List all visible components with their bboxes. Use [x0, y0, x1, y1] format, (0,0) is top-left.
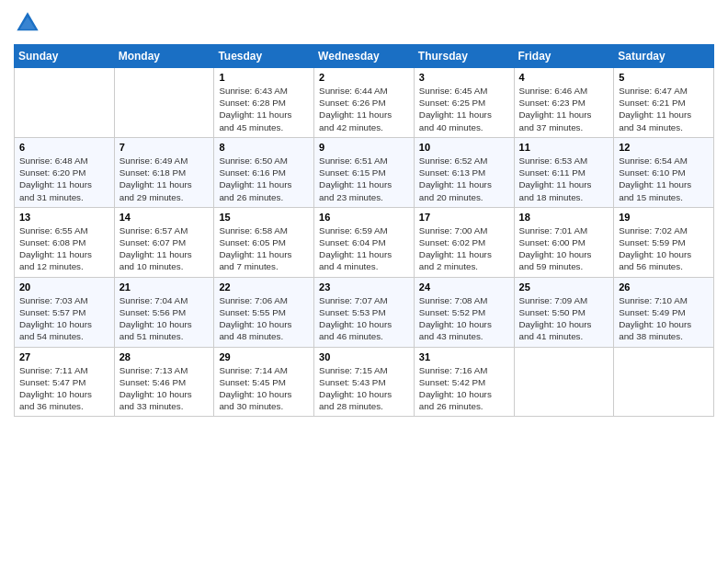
calendar-cell: 10Sunrise: 6:52 AM Sunset: 6:13 PM Dayli… — [414, 137, 514, 207]
day-info: Sunrise: 6:45 AM Sunset: 6:25 PM Dayligh… — [419, 85, 509, 133]
day-number: 4 — [519, 72, 609, 83]
day-number: 27 — [19, 351, 109, 362]
day-info: Sunrise: 7:10 AM Sunset: 5:49 PM Dayligh… — [619, 294, 709, 343]
day-number: 28 — [119, 351, 210, 362]
day-number: 9 — [319, 142, 409, 153]
day-number: 30 — [319, 351, 409, 362]
calendar-cell: 12Sunrise: 6:54 AM Sunset: 6:10 PM Dayli… — [614, 137, 714, 207]
day-number: 11 — [519, 142, 609, 153]
calendar-cell: 27Sunrise: 7:11 AM Sunset: 5:47 PM Dayli… — [15, 347, 115, 417]
calendar-cell: 18Sunrise: 7:01 AM Sunset: 6:00 PM Dayli… — [514, 207, 614, 277]
day-number: 18 — [519, 212, 609, 223]
day-info: Sunrise: 7:04 AM Sunset: 5:56 PM Dayligh… — [119, 294, 210, 343]
day-number: 15 — [219, 212, 309, 223]
day-info: Sunrise: 6:50 AM Sunset: 6:16 PM Dayligh… — [219, 155, 309, 203]
day-number: 20 — [19, 282, 109, 293]
day-number: 25 — [519, 282, 609, 293]
day-number: 8 — [219, 142, 309, 153]
calendar-cell: 14Sunrise: 6:57 AM Sunset: 6:07 PM Dayli… — [114, 207, 214, 277]
calendar-table: SundayMondayTuesdayWednesdayThursdayFrid… — [14, 44, 714, 417]
calendar-cell: 13Sunrise: 6:55 AM Sunset: 6:08 PM Dayli… — [15, 207, 115, 277]
day-number: 19 — [619, 212, 709, 223]
calendar-cell: 7Sunrise: 6:49 AM Sunset: 6:18 PM Daylig… — [114, 137, 214, 207]
day-info: Sunrise: 6:47 AM Sunset: 6:21 PM Dayligh… — [619, 85, 709, 133]
day-info: Sunrise: 6:48 AM Sunset: 6:20 PM Dayligh… — [19, 155, 109, 203]
day-number: 31 — [419, 351, 509, 362]
calendar-header-row: SundayMondayTuesdayWednesdayThursdayFrid… — [15, 45, 714, 68]
calendar-cell: 6Sunrise: 6:48 AM Sunset: 6:20 PM Daylig… — [15, 137, 115, 207]
calendar-cell — [514, 347, 614, 417]
day-number: 7 — [119, 142, 210, 153]
calendar-cell: 31Sunrise: 7:16 AM Sunset: 5:42 PM Dayli… — [414, 347, 514, 417]
day-number: 21 — [119, 282, 210, 293]
day-number: 1 — [219, 72, 309, 83]
day-info: Sunrise: 6:46 AM Sunset: 6:23 PM Dayligh… — [519, 85, 609, 133]
calendar-cell: 21Sunrise: 7:04 AM Sunset: 5:56 PM Dayli… — [114, 277, 214, 347]
calendar-cell — [114, 68, 214, 138]
calendar-week-row: 20Sunrise: 7:03 AM Sunset: 5:57 PM Dayli… — [15, 277, 714, 347]
day-info: Sunrise: 6:58 AM Sunset: 6:05 PM Dayligh… — [219, 224, 309, 273]
calendar-cell: 9Sunrise: 6:51 AM Sunset: 6:15 PM Daylig… — [314, 137, 415, 207]
day-info: Sunrise: 7:01 AM Sunset: 6:00 PM Dayligh… — [519, 224, 609, 273]
day-info: Sunrise: 7:07 AM Sunset: 5:53 PM Dayligh… — [319, 294, 409, 343]
day-info: Sunrise: 6:57 AM Sunset: 6:07 PM Dayligh… — [119, 224, 210, 273]
day-info: Sunrise: 6:55 AM Sunset: 6:08 PM Dayligh… — [19, 224, 109, 273]
day-number: 26 — [619, 282, 709, 293]
calendar-cell: 25Sunrise: 7:09 AM Sunset: 5:50 PM Dayli… — [514, 277, 614, 347]
calendar-cell: 16Sunrise: 6:59 AM Sunset: 6:04 PM Dayli… — [314, 207, 415, 277]
day-number: 24 — [419, 282, 509, 293]
day-number: 23 — [319, 282, 409, 293]
day-number: 16 — [319, 212, 409, 223]
day-info: Sunrise: 7:08 AM Sunset: 5:52 PM Dayligh… — [419, 294, 509, 343]
calendar-cell — [614, 347, 714, 417]
calendar-cell: 1Sunrise: 6:43 AM Sunset: 6:28 PM Daylig… — [214, 68, 314, 138]
day-info: Sunrise: 7:15 AM Sunset: 5:43 PM Dayligh… — [319, 364, 409, 413]
calendar-cell: 19Sunrise: 7:02 AM Sunset: 5:59 PM Dayli… — [614, 207, 714, 277]
calendar-cell: 3Sunrise: 6:45 AM Sunset: 6:25 PM Daylig… — [414, 68, 514, 138]
day-info: Sunrise: 7:14 AM Sunset: 5:45 PM Dayligh… — [219, 364, 309, 413]
header — [14, 9, 714, 37]
day-info: Sunrise: 7:06 AM Sunset: 5:55 PM Dayligh… — [219, 294, 309, 343]
calendar-header-wednesday: Wednesday — [314, 45, 415, 68]
calendar-cell: 20Sunrise: 7:03 AM Sunset: 5:57 PM Dayli… — [15, 277, 115, 347]
calendar-header-monday: Monday — [114, 45, 214, 68]
day-info: Sunrise: 7:09 AM Sunset: 5:50 PM Dayligh… — [519, 294, 609, 343]
calendar-week-row: 1Sunrise: 6:43 AM Sunset: 6:28 PM Daylig… — [15, 68, 714, 138]
calendar-cell: 11Sunrise: 6:53 AM Sunset: 6:11 PM Dayli… — [514, 137, 614, 207]
calendar-cell: 4Sunrise: 6:46 AM Sunset: 6:23 PM Daylig… — [514, 68, 614, 138]
calendar-cell: 30Sunrise: 7:15 AM Sunset: 5:43 PM Dayli… — [314, 347, 415, 417]
day-info: Sunrise: 6:59 AM Sunset: 6:04 PM Dayligh… — [319, 224, 409, 273]
calendar-header-thursday: Thursday — [414, 45, 514, 68]
day-number: 3 — [419, 72, 509, 83]
day-number: 6 — [19, 142, 109, 153]
calendar-cell: 24Sunrise: 7:08 AM Sunset: 5:52 PM Dayli… — [414, 277, 514, 347]
calendar-cell: 23Sunrise: 7:07 AM Sunset: 5:53 PM Dayli… — [314, 277, 415, 347]
calendar-cell: 2Sunrise: 6:44 AM Sunset: 6:26 PM Daylig… — [314, 68, 415, 138]
day-info: Sunrise: 6:49 AM Sunset: 6:18 PM Dayligh… — [119, 155, 210, 203]
day-info: Sunrise: 7:13 AM Sunset: 5:46 PM Dayligh… — [119, 364, 210, 413]
page: SundayMondayTuesdayWednesdayThursdayFrid… — [0, 0, 728, 563]
day-info: Sunrise: 7:03 AM Sunset: 5:57 PM Dayligh… — [19, 294, 109, 343]
calendar-header-saturday: Saturday — [614, 45, 714, 68]
day-info: Sunrise: 7:00 AM Sunset: 6:02 PM Dayligh… — [419, 224, 509, 273]
day-number: 10 — [419, 142, 509, 153]
day-number: 2 — [319, 72, 409, 83]
day-info: Sunrise: 6:53 AM Sunset: 6:11 PM Dayligh… — [519, 155, 609, 203]
day-info: Sunrise: 7:16 AM Sunset: 5:42 PM Dayligh… — [419, 364, 509, 413]
day-info: Sunrise: 7:02 AM Sunset: 5:59 PM Dayligh… — [619, 224, 709, 273]
calendar-cell: 26Sunrise: 7:10 AM Sunset: 5:49 PM Dayli… — [614, 277, 714, 347]
calendar-cell: 22Sunrise: 7:06 AM Sunset: 5:55 PM Dayli… — [214, 277, 314, 347]
calendar-cell: 29Sunrise: 7:14 AM Sunset: 5:45 PM Dayli… — [214, 347, 314, 417]
calendar-cell: 28Sunrise: 7:13 AM Sunset: 5:46 PM Dayli… — [114, 347, 214, 417]
calendar-week-row: 6Sunrise: 6:48 AM Sunset: 6:20 PM Daylig… — [15, 137, 714, 207]
logo — [14, 9, 45, 37]
day-number: 17 — [419, 212, 509, 223]
day-number: 22 — [219, 282, 309, 293]
day-info: Sunrise: 6:43 AM Sunset: 6:28 PM Dayligh… — [219, 85, 309, 133]
calendar-cell: 15Sunrise: 6:58 AM Sunset: 6:05 PM Dayli… — [214, 207, 314, 277]
calendar-cell: 8Sunrise: 6:50 AM Sunset: 6:16 PM Daylig… — [214, 137, 314, 207]
calendar-header-sunday: Sunday — [15, 45, 115, 68]
day-info: Sunrise: 7:11 AM Sunset: 5:47 PM Dayligh… — [19, 364, 109, 413]
calendar-cell: 5Sunrise: 6:47 AM Sunset: 6:21 PM Daylig… — [614, 68, 714, 138]
day-number: 14 — [119, 212, 210, 223]
